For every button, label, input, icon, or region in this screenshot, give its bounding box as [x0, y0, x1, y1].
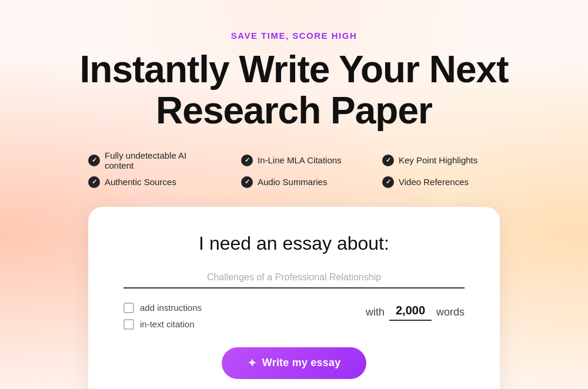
feature-item-3: Key Point Highlights	[382, 150, 500, 170]
feature-label-1: Fully undetectable AI content	[105, 150, 218, 170]
check-icon-2	[241, 155, 253, 166]
add-instructions-checkbox[interactable]	[123, 303, 134, 313]
essay-card: I need an essay about: add instructions …	[88, 207, 500, 389]
check-icon-1	[88, 155, 100, 166]
in-text-citation-checkbox[interactable]	[123, 319, 134, 330]
add-instructions-text: add instructions	[140, 303, 202, 313]
add-instructions-label[interactable]: add instructions	[123, 303, 202, 313]
headline-line1: Instantly Write Your Next	[80, 48, 509, 90]
feature-label-6: Video References	[399, 177, 469, 187]
write-essay-button[interactable]: ✦ Write my essay	[222, 347, 367, 379]
in-text-citation-text: in-text citation	[140, 319, 195, 329]
feature-item-4: Authentic Sources	[88, 176, 218, 188]
card-title: I need an essay about:	[123, 233, 465, 254]
check-icon-3	[382, 155, 394, 166]
write-essay-label: Write my essay	[262, 357, 341, 369]
headline: Instantly Write Your Next Research Paper	[80, 49, 509, 132]
feature-item-6: Video References	[382, 176, 500, 188]
star-icon: ✦	[248, 357, 256, 370]
feature-item-1: Fully undetectable AI content	[88, 150, 218, 170]
essay-topic-input[interactable]	[123, 272, 465, 289]
words-prefix: with	[366, 306, 385, 318]
feature-label-5: Audio Summaries	[258, 177, 327, 187]
features-grid: Fully undetectable AI content In-Line ML…	[88, 150, 500, 188]
headline-line2: Research Paper	[156, 89, 432, 132]
check-icon-4	[88, 176, 100, 188]
words-count-input[interactable]	[389, 304, 432, 321]
check-icon-5	[241, 176, 253, 188]
options-row: add instructions in-text citation with w…	[123, 303, 465, 330]
feature-label-3: Key Point Highlights	[399, 155, 477, 165]
in-text-citation-label[interactable]: in-text citation	[123, 319, 202, 330]
check-icon-6	[382, 176, 394, 188]
feature-label-4: Authentic Sources	[105, 177, 176, 187]
tagline: SAVE TIME, SCORE HIGH	[231, 31, 358, 41]
words-suffix: words	[436, 306, 465, 318]
main-content: SAVE TIME, SCORE HIGH Instantly Write Yo…	[0, 0, 588, 389]
checkboxes-group: add instructions in-text citation	[123, 303, 202, 330]
feature-item-5: Audio Summaries	[241, 176, 359, 188]
feature-item-2: In-Line MLA Citations	[241, 150, 359, 170]
feature-label-2: In-Line MLA Citations	[258, 155, 342, 165]
button-wrapper: ✦ Write my essay	[123, 347, 465, 379]
words-section: with words	[366, 303, 465, 321]
